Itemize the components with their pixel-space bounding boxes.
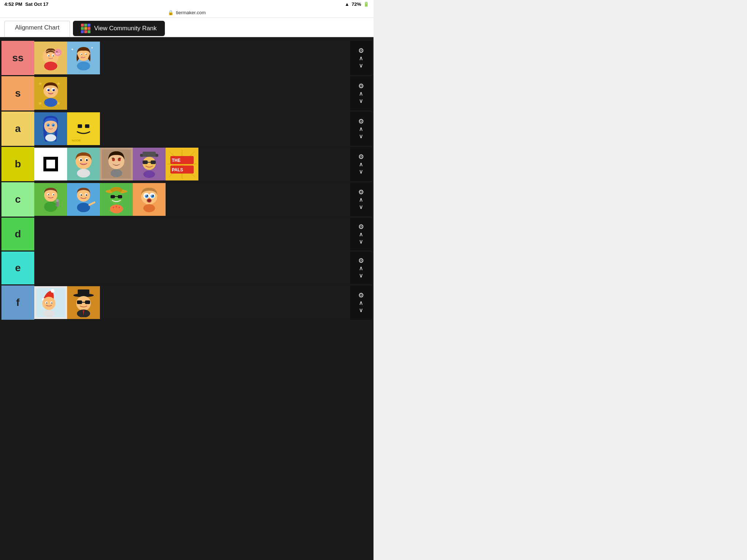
tier-item-b-5[interactable]: THE PALS	[166, 148, 198, 180]
tier-controls-a: ⚙ ∧ ∨	[350, 112, 372, 146]
svg-point-28	[48, 89, 49, 90]
gear-button-d[interactable]: ⚙	[357, 223, 365, 230]
tier-row-c: c	[1, 182, 372, 217]
gear-button-c[interactable]: ⚙	[357, 188, 365, 196]
down-button-e[interactable]: ∨	[357, 272, 365, 279]
avatar-ss1	[34, 42, 67, 74]
svg-text:❤: ❤	[81, 56, 83, 59]
svg-point-4	[49, 55, 50, 57]
tier-item-b-2[interactable]	[67, 148, 100, 180]
tab-community[interactable]: View Community Rank	[73, 21, 165, 36]
grid-cell-4	[81, 27, 84, 30]
svg-text:NOOB: NOOB	[72, 139, 81, 142]
tier-item-c-2[interactable]	[67, 183, 100, 216]
up-button-c[interactable]: ∧	[357, 197, 365, 203]
svg-rect-41	[74, 120, 93, 138]
tier-item-b-4[interactable]	[133, 148, 166, 180]
tier-item-ss-1[interactable]	[34, 42, 67, 74]
down-button-c[interactable]: ∨	[357, 204, 365, 210]
svg-text:PALS: PALS	[172, 167, 183, 172]
tier-label-ss: ss	[1, 41, 34, 75]
tier-item-b-1[interactable]	[34, 148, 67, 180]
svg-point-125	[51, 303, 53, 304]
svg-point-117	[143, 204, 155, 212]
up-button-ss[interactable]: ∧	[357, 55, 365, 62]
svg-point-67	[143, 171, 155, 178]
tier-label-d: d	[1, 218, 34, 250]
avatar-b2	[67, 148, 100, 180]
community-grid-icon	[81, 24, 90, 33]
down-button-ss[interactable]: ∨	[357, 62, 365, 69]
tier-items-s: ★ ★ ★ ★	[34, 76, 350, 110]
tier-item-a-2[interactable]: NOOB	[67, 112, 100, 145]
down-button-s[interactable]: ∨	[357, 98, 365, 104]
tier-controls-d: ⚙ ∧ ∨	[350, 218, 372, 250]
svg-text:✦: ✦	[71, 47, 74, 51]
tier-items-ss: ✦ ✦	[34, 41, 350, 75]
tier-row-e: e ⚙ ∧ ∨	[1, 252, 372, 284]
up-button-s[interactable]: ∧	[357, 90, 365, 97]
tier-label-e: e	[1, 252, 34, 284]
gear-button-b[interactable]: ⚙	[357, 153, 365, 160]
down-button-d[interactable]: ∨	[357, 238, 365, 245]
tier-controls-b: ⚙ ∧ ∨	[350, 147, 372, 181]
tier-row-d: d ⚙ ∧ ∨	[1, 218, 372, 250]
time: 4:52 PM	[4, 1, 22, 7]
tier-list: ss	[0, 41, 374, 320]
svg-point-82	[53, 194, 54, 195]
svg-point-6	[44, 62, 57, 70]
gear-button-f[interactable]: ⚙	[357, 292, 365, 299]
gear-button-s[interactable]: ⚙	[357, 82, 365, 90]
tier-item-c-1[interactable]	[34, 183, 67, 216]
tier-controls-c: ⚙ ∧ ∨	[350, 182, 372, 217]
gear-button-e[interactable]: ⚙	[357, 257, 365, 264]
svg-point-90	[81, 194, 82, 196]
tier-item-b-3[interactable]	[100, 148, 133, 180]
tier-item-s-1[interactable]: ★ ★ ★ ★	[34, 77, 67, 110]
roblox-icon	[40, 153, 62, 175]
down-button-a[interactable]: ∨	[357, 133, 365, 140]
avatar-c4	[133, 183, 166, 216]
svg-point-91	[86, 194, 87, 196]
down-button-f[interactable]: ∨	[357, 307, 365, 314]
up-button-a[interactable]: ∧	[357, 126, 365, 132]
status-right: ▲ 72% 🔋	[345, 1, 369, 7]
svg-point-116	[147, 199, 151, 202]
tier-item-a-1[interactable]	[34, 112, 67, 145]
down-button-b[interactable]: ∨	[357, 168, 365, 175]
tier-item-c-4[interactable]	[133, 183, 166, 216]
tier-item-f-1[interactable]	[34, 286, 67, 319]
svg-point-30	[44, 98, 57, 107]
gear-button-a[interactable]: ⚙	[357, 118, 365, 125]
up-button-f[interactable]: ∧	[357, 300, 365, 306]
svg-point-16	[77, 62, 90, 70]
grid-cell-1	[81, 24, 84, 27]
up-button-e[interactable]: ∧	[357, 265, 365, 272]
svg-rect-132	[85, 300, 90, 304]
svg-point-58	[118, 158, 121, 161]
tier-item-ss-2[interactable]: ✦ ✦	[67, 42, 100, 74]
svg-text:THE: THE	[172, 158, 181, 163]
main-content: ss	[0, 37, 374, 560]
tier-label-b: b	[1, 147, 34, 181]
up-button-b[interactable]: ∧	[357, 161, 365, 168]
url-bar[interactable]: 🔒 tiermaker.com	[0, 8, 374, 18]
avatar-s1: ★ ★ ★ ★	[34, 77, 67, 110]
avatar-c1	[34, 183, 67, 216]
tier-controls-s: ⚙ ∧ ∨	[350, 76, 372, 110]
svg-rect-65	[151, 160, 156, 164]
tier-item-f-2[interactable]	[67, 286, 100, 319]
svg-point-121	[42, 297, 55, 310]
tab-alignment[interactable]: Alignment Chart	[4, 21, 70, 37]
svg-point-26	[47, 89, 50, 91]
avatar-b3	[100, 148, 133, 180]
svg-rect-47	[46, 160, 55, 168]
svg-rect-84	[56, 201, 59, 207]
up-button-d[interactable]: ∧	[357, 231, 365, 238]
tier-items-c	[34, 182, 350, 217]
grid-cell-5	[84, 27, 87, 30]
tier-controls-f: ⚙ ∧ ∨	[350, 285, 372, 320]
tier-item-c-3[interactable]	[100, 183, 133, 216]
gear-button-ss[interactable]: ⚙	[357, 47, 365, 54]
avatar-f1	[34, 286, 67, 319]
